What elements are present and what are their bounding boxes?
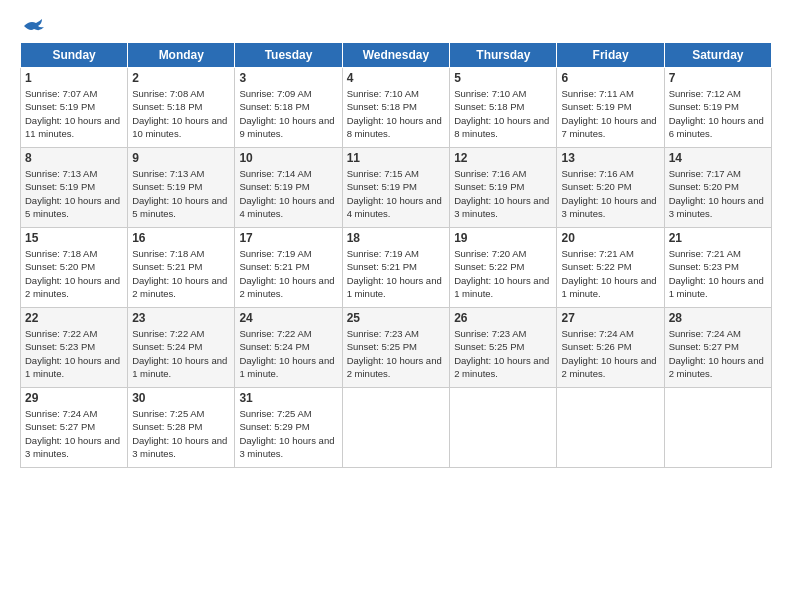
day-info: Sunrise: 7:13 AM Sunset: 5:19 PM Dayligh… [25,167,123,220]
day-number: 2 [132,71,230,85]
calendar-day-cell: 29Sunrise: 7:24 AM Sunset: 5:27 PM Dayli… [21,388,128,468]
calendar-day-cell: 18Sunrise: 7:19 AM Sunset: 5:21 PM Dayli… [342,228,450,308]
calendar-week-row: 15Sunrise: 7:18 AM Sunset: 5:20 PM Dayli… [21,228,772,308]
day-header-monday: Monday [128,43,235,68]
calendar-day-cell: 31Sunrise: 7:25 AM Sunset: 5:29 PM Dayli… [235,388,342,468]
day-info: Sunrise: 7:12 AM Sunset: 5:19 PM Dayligh… [669,87,767,140]
calendar-day-cell: 12Sunrise: 7:16 AM Sunset: 5:19 PM Dayli… [450,148,557,228]
calendar-day-cell: 21Sunrise: 7:21 AM Sunset: 5:23 PM Dayli… [664,228,771,308]
calendar-week-row: 8Sunrise: 7:13 AM Sunset: 5:19 PM Daylig… [21,148,772,228]
day-number: 6 [561,71,659,85]
day-number: 9 [132,151,230,165]
day-header-tuesday: Tuesday [235,43,342,68]
day-header-sunday: Sunday [21,43,128,68]
calendar-week-row: 22Sunrise: 7:22 AM Sunset: 5:23 PM Dayli… [21,308,772,388]
day-number: 8 [25,151,123,165]
day-number: 19 [454,231,552,245]
calendar-day-cell: 24Sunrise: 7:22 AM Sunset: 5:24 PM Dayli… [235,308,342,388]
day-number: 22 [25,311,123,325]
day-info: Sunrise: 7:10 AM Sunset: 5:18 PM Dayligh… [454,87,552,140]
day-info: Sunrise: 7:18 AM Sunset: 5:20 PM Dayligh… [25,247,123,300]
day-info: Sunrise: 7:15 AM Sunset: 5:19 PM Dayligh… [347,167,446,220]
calendar-day-cell: 23Sunrise: 7:22 AM Sunset: 5:24 PM Dayli… [128,308,235,388]
day-info: Sunrise: 7:07 AM Sunset: 5:19 PM Dayligh… [25,87,123,140]
day-number: 23 [132,311,230,325]
calendar-day-cell: 9Sunrise: 7:13 AM Sunset: 5:19 PM Daylig… [128,148,235,228]
day-number: 3 [239,71,337,85]
day-info: Sunrise: 7:20 AM Sunset: 5:22 PM Dayligh… [454,247,552,300]
logo-bird-icon [22,18,44,34]
calendar-day-cell: 8Sunrise: 7:13 AM Sunset: 5:19 PM Daylig… [21,148,128,228]
calendar-day-cell: 3Sunrise: 7:09 AM Sunset: 5:18 PM Daylig… [235,68,342,148]
day-number: 5 [454,71,552,85]
day-info: Sunrise: 7:19 AM Sunset: 5:21 PM Dayligh… [239,247,337,300]
day-info: Sunrise: 7:22 AM Sunset: 5:24 PM Dayligh… [132,327,230,380]
calendar-day-cell: 13Sunrise: 7:16 AM Sunset: 5:20 PM Dayli… [557,148,664,228]
day-info: Sunrise: 7:14 AM Sunset: 5:19 PM Dayligh… [239,167,337,220]
day-number: 15 [25,231,123,245]
day-number: 13 [561,151,659,165]
day-info: Sunrise: 7:23 AM Sunset: 5:25 PM Dayligh… [454,327,552,380]
day-number: 30 [132,391,230,405]
calendar-day-cell: 7Sunrise: 7:12 AM Sunset: 5:19 PM Daylig… [664,68,771,148]
day-info: Sunrise: 7:13 AM Sunset: 5:19 PM Dayligh… [132,167,230,220]
calendar-day-cell: 22Sunrise: 7:22 AM Sunset: 5:23 PM Dayli… [21,308,128,388]
day-number: 29 [25,391,123,405]
day-info: Sunrise: 7:23 AM Sunset: 5:25 PM Dayligh… [347,327,446,380]
calendar-week-row: 29Sunrise: 7:24 AM Sunset: 5:27 PM Dayli… [21,388,772,468]
day-info: Sunrise: 7:17 AM Sunset: 5:20 PM Dayligh… [669,167,767,220]
day-info: Sunrise: 7:10 AM Sunset: 5:18 PM Dayligh… [347,87,446,140]
day-number: 24 [239,311,337,325]
calendar-header-row: SundayMondayTuesdayWednesdayThursdayFrid… [21,43,772,68]
calendar-day-cell: 5Sunrise: 7:10 AM Sunset: 5:18 PM Daylig… [450,68,557,148]
day-info: Sunrise: 7:21 AM Sunset: 5:23 PM Dayligh… [669,247,767,300]
day-info: Sunrise: 7:22 AM Sunset: 5:24 PM Dayligh… [239,327,337,380]
day-header-saturday: Saturday [664,43,771,68]
day-number: 25 [347,311,446,325]
day-number: 10 [239,151,337,165]
day-info: Sunrise: 7:25 AM Sunset: 5:29 PM Dayligh… [239,407,337,460]
logo [20,18,44,34]
day-number: 7 [669,71,767,85]
day-info: Sunrise: 7:18 AM Sunset: 5:21 PM Dayligh… [132,247,230,300]
calendar-day-cell: 26Sunrise: 7:23 AM Sunset: 5:25 PM Dayli… [450,308,557,388]
calendar-day-cell: 25Sunrise: 7:23 AM Sunset: 5:25 PM Dayli… [342,308,450,388]
empty-cell [557,388,664,468]
day-number: 21 [669,231,767,245]
day-info: Sunrise: 7:24 AM Sunset: 5:27 PM Dayligh… [25,407,123,460]
calendar-day-cell: 16Sunrise: 7:18 AM Sunset: 5:21 PM Dayli… [128,228,235,308]
day-info: Sunrise: 7:21 AM Sunset: 5:22 PM Dayligh… [561,247,659,300]
day-info: Sunrise: 7:19 AM Sunset: 5:21 PM Dayligh… [347,247,446,300]
calendar-day-cell: 6Sunrise: 7:11 AM Sunset: 5:19 PM Daylig… [557,68,664,148]
day-number: 17 [239,231,337,245]
day-number: 12 [454,151,552,165]
day-info: Sunrise: 7:11 AM Sunset: 5:19 PM Dayligh… [561,87,659,140]
calendar-day-cell: 27Sunrise: 7:24 AM Sunset: 5:26 PM Dayli… [557,308,664,388]
calendar-day-cell: 19Sunrise: 7:20 AM Sunset: 5:22 PM Dayli… [450,228,557,308]
day-info: Sunrise: 7:08 AM Sunset: 5:18 PM Dayligh… [132,87,230,140]
day-number: 26 [454,311,552,325]
day-number: 28 [669,311,767,325]
day-info: Sunrise: 7:22 AM Sunset: 5:23 PM Dayligh… [25,327,123,380]
day-number: 27 [561,311,659,325]
calendar-day-cell: 1Sunrise: 7:07 AM Sunset: 5:19 PM Daylig… [21,68,128,148]
calendar-day-cell: 10Sunrise: 7:14 AM Sunset: 5:19 PM Dayli… [235,148,342,228]
day-number: 18 [347,231,446,245]
calendar-day-cell: 30Sunrise: 7:25 AM Sunset: 5:28 PM Dayli… [128,388,235,468]
day-header-wednesday: Wednesday [342,43,450,68]
day-number: 31 [239,391,337,405]
day-info: Sunrise: 7:16 AM Sunset: 5:19 PM Dayligh… [454,167,552,220]
day-info: Sunrise: 7:24 AM Sunset: 5:27 PM Dayligh… [669,327,767,380]
day-info: Sunrise: 7:25 AM Sunset: 5:28 PM Dayligh… [132,407,230,460]
day-number: 16 [132,231,230,245]
empty-cell [342,388,450,468]
day-number: 20 [561,231,659,245]
calendar-day-cell: 20Sunrise: 7:21 AM Sunset: 5:22 PM Dayli… [557,228,664,308]
day-info: Sunrise: 7:16 AM Sunset: 5:20 PM Dayligh… [561,167,659,220]
calendar-table: SundayMondayTuesdayWednesdayThursdayFrid… [20,42,772,468]
header [20,18,772,34]
calendar-day-cell: 17Sunrise: 7:19 AM Sunset: 5:21 PM Dayli… [235,228,342,308]
day-header-thursday: Thursday [450,43,557,68]
day-number: 14 [669,151,767,165]
empty-cell [450,388,557,468]
